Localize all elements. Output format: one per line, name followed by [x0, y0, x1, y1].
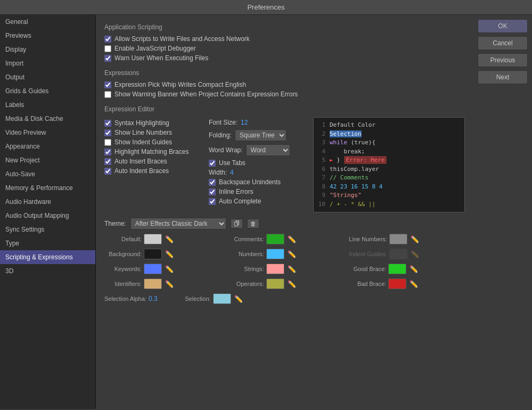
code-line-4: break; [330, 147, 461, 157]
checkbox-warn-user-label: Warn User When Executing Files [114, 54, 208, 62]
bad-brace-color-label: Bad Brace: [349, 281, 386, 287]
checkbox-highlight-braces-input[interactable] [104, 149, 111, 155]
sidebar-item-audio-output-mapping[interactable]: Audio Output Mapping [0, 209, 95, 223]
good-brace-color-item: Good Brace: ✏️ [349, 264, 465, 274]
theme-select[interactable]: After Effects Classic Dark Light Dark [130, 218, 226, 229]
checkbox-syntax-highlighting: Syntax Highlighting [104, 119, 200, 127]
sidebar-item-import[interactable]: Import [0, 56, 95, 70]
word-wrap-label: Word Wrap: [209, 146, 243, 154]
sidebar-item-type[interactable]: Type [0, 236, 95, 250]
next-button[interactable]: Next [478, 70, 528, 84]
cancel-button[interactable]: Cancel [478, 36, 528, 50]
checkbox-auto-indent-braces-input[interactable] [104, 168, 111, 175]
checkbox-use-tabs-input[interactable] [209, 160, 216, 167]
sidebar-item-general[interactable]: General [0, 15, 95, 29]
sidebar-item-media-disk-cache[interactable]: Media & Disk Cache [0, 112, 95, 126]
sidebar-item-output[interactable]: Output [0, 70, 95, 84]
sidebar-item-audio-hardware[interactable]: Audio Hardware [0, 195, 95, 209]
ok-button[interactable]: OK [478, 19, 528, 33]
folding-select[interactable]: Square Tree None Round Tree [235, 129, 287, 141]
checkbox-inline-errors-input[interactable] [209, 188, 216, 195]
checkbox-syntax-highlighting-input[interactable] [104, 120, 111, 127]
sidebar-item-scripting-expressions[interactable]: Scripting & Expressions [0, 250, 95, 264]
background-color-swatch[interactable] [144, 249, 162, 259]
checkbox-enable-js-debugger-input[interactable] [104, 45, 111, 52]
selection-color-pencil[interactable]: ✏️ [233, 295, 244, 303]
identifiers-color-swatch[interactable] [144, 278, 162, 289]
sidebar-item-labels[interactable]: Labels [0, 98, 95, 112]
checkbox-pick-whip-input[interactable] [104, 81, 111, 88]
checkbox-auto-insert-braces-input[interactable] [104, 158, 111, 165]
good-brace-color-pencil[interactable]: ✏️ [408, 265, 419, 273]
sidebar-item-3d[interactable]: 3D [0, 264, 95, 278]
bad-brace-color-swatch[interactable] [388, 278, 406, 289]
identifiers-color-pencil[interactable]: ✏️ [164, 280, 175, 288]
checkbox-auto-indent-braces: Auto Indent Braces [104, 167, 200, 175]
selection-color-swatch[interactable] [213, 293, 231, 304]
sidebar-item-previews[interactable]: Previews [0, 29, 95, 43]
checkbox-enable-js-debugger: Enable JavaScript Debugger [104, 45, 465, 52]
checkbox-warn-user-input[interactable] [104, 55, 111, 62]
operators-color-pencil[interactable]: ✏️ [287, 280, 297, 288]
background-color-label: Background: [104, 251, 142, 257]
sidebar-item-display[interactable]: Display [0, 43, 95, 56]
word-wrap-select[interactable]: Word None Character [246, 144, 290, 156]
theme-delete-button[interactable]: 🗑 [247, 219, 259, 228]
identifiers-color-item: Identifiers: ✏️ [104, 278, 220, 289]
right-panel: OK Cancel Previous Next [473, 15, 532, 409]
sidebar-item-grids-guides[interactable]: Grids & Guides [0, 84, 95, 98]
strings-color-item: Strings: ✏️ [227, 264, 343, 274]
line-numbers-color-pencil[interactable]: ✏️ [410, 235, 420, 243]
code-line-7: // Comments [330, 174, 461, 183]
checkbox-show-line-numbers-input[interactable] [104, 129, 111, 136]
bad-brace-color-pencil[interactable]: ✏️ [408, 280, 419, 288]
sidebar-item-auto-save[interactable]: Auto-Save [0, 167, 95, 181]
checkbox-backspace-unindents-input[interactable] [209, 179, 216, 186]
indent-guides-color-item: Indent Guides: ✏️ [349, 249, 465, 259]
theme-copy-button[interactable]: 🗍 [231, 219, 243, 228]
code-line-9: "Strings" [330, 191, 461, 200]
operators-color-swatch[interactable] [266, 278, 284, 289]
default-color-swatch[interactable] [144, 234, 162, 244]
line-numbers: 12345678910 [317, 121, 325, 209]
application-scripting-title: Application Scripting [104, 23, 465, 31]
checkbox-show-indent-guides-label: Show Indent Guides [114, 138, 172, 146]
checkbox-auto-complete-input[interactable] [209, 198, 216, 205]
checkbox-show-indent-guides-input[interactable] [104, 139, 111, 146]
checkbox-allow-scripts-label: Allow Scripts to Write Files and Access … [114, 35, 250, 43]
strings-color-pencil[interactable]: ✏️ [287, 265, 297, 273]
background-color-pencil[interactable]: ✏️ [164, 250, 175, 258]
line-numbers-color-item: Line Numbers: ✏️ [349, 234, 465, 244]
sidebar-item-video-preview[interactable]: Video Preview [0, 126, 95, 140]
line-numbers-color-swatch[interactable] [389, 234, 407, 244]
strings-color-swatch[interactable] [266, 264, 284, 274]
default-color-pencil[interactable]: ✏️ [164, 235, 175, 243]
checkbox-allow-scripts-input[interactable] [104, 36, 111, 43]
sidebar-item-sync-settings[interactable]: Sync Settings [0, 223, 95, 236]
checkbox-warning-banner-input[interactable] [104, 91, 111, 98]
numbers-color-swatch[interactable] [266, 249, 284, 259]
folding-label: Folding: [209, 132, 232, 139]
keywords-color-pencil[interactable]: ✏️ [164, 265, 175, 273]
sidebar-item-appearance[interactable]: Appearance [0, 140, 95, 153]
good-brace-color-swatch[interactable] [388, 264, 406, 274]
checkbox-warning-banner-label: Show Warning Banner When Project Contain… [114, 91, 298, 98]
checkbox-use-tabs: Use Tabs [209, 159, 305, 167]
sidebar-item-memory-performance[interactable]: Memory & Performance [0, 181, 95, 195]
numbers-color-item: Numbers: ✏️ [227, 249, 343, 259]
operators-color-label: Operators: [227, 281, 264, 287]
expression-editor-section: Expression Editor Syntax Highlighting Sh… [104, 105, 465, 304]
numbers-color-pencil[interactable]: ✏️ [287, 250, 297, 258]
comments-color-pencil[interactable]: ✏️ [287, 235, 297, 243]
code-line-1: Default Color [330, 121, 461, 130]
selection-alpha-item: Selection Alpha: 0.3 [104, 295, 158, 302]
content-area: Application Scripting Allow Scripts to W… [96, 15, 473, 409]
strings-color-label: Strings: [227, 266, 264, 272]
comments-color-label: Comments: [227, 236, 264, 242]
keywords-color-swatch[interactable] [144, 264, 162, 274]
width-label: Width: [209, 169, 227, 176]
checkbox-pick-whip-label: Expression Pick Whip Writes Compact Engl… [114, 81, 246, 88]
sidebar-item-new-project[interactable]: New Project [0, 153, 95, 167]
previous-button[interactable]: Previous [478, 53, 528, 67]
comments-color-swatch[interactable] [266, 234, 284, 244]
